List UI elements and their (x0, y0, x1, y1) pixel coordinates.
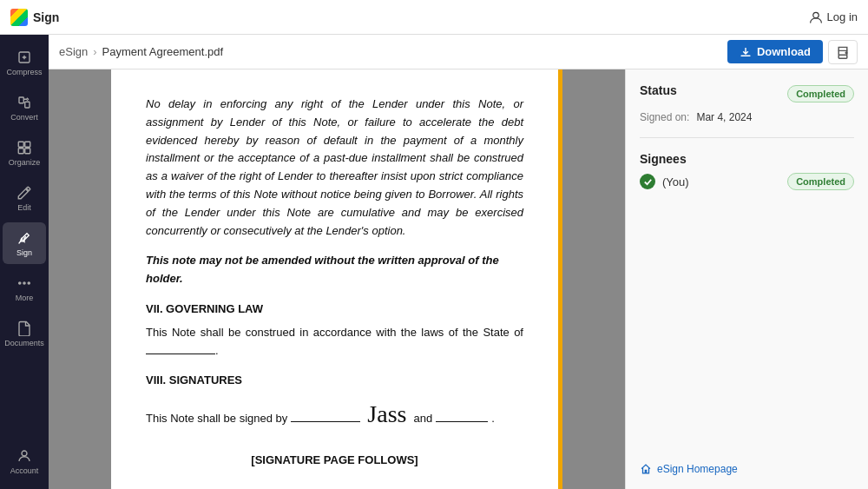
content-area: eSign › Payment Agreement.pdf Download (49, 35, 868, 489)
divider (640, 137, 854, 138)
convert-label: Convert (10, 113, 38, 122)
sig-prefix: This Note shall be signed by (146, 410, 287, 428)
svg-point-11 (22, 451, 27, 456)
signee-row: (You) Completed (640, 173, 854, 190)
svg-point-9 (23, 281, 25, 283)
right-panel: Status Completed Signed on: Mar 4, 2024 … (625, 69, 868, 489)
breadcrumb-separator: › (93, 45, 96, 58)
print-button[interactable] (828, 40, 858, 64)
download-label: Download (757, 45, 811, 58)
svg-point-13 (845, 52, 847, 54)
sidebar-item-organize[interactable]: Organize (3, 132, 46, 174)
convert-icon (16, 95, 32, 110)
svg-rect-2 (19, 97, 23, 103)
signature-cursive: Jass (367, 395, 406, 434)
login-label: Log in (827, 10, 858, 23)
signed-on-date: Mar 4, 2024 (696, 111, 752, 123)
signee-status-badge: Completed (787, 173, 854, 190)
compress-icon (16, 50, 32, 65)
signees-title: Signees (640, 152, 854, 166)
documents-label: Documents (4, 339, 44, 347)
sig-period: . (491, 410, 495, 428)
sidebar-item-convert[interactable]: Convert (3, 87, 46, 129)
signees-section: Signees (You) Completed (640, 152, 854, 190)
print-icon (836, 45, 850, 59)
breadcrumb-bar: eSign › Payment Agreement.pdf Download (49, 35, 868, 69)
doc-panel-area: No delay in enforcing any right of the L… (49, 69, 868, 489)
esign-homepage-link[interactable]: eSign Homepage (640, 463, 854, 475)
status-section: Status Completed Signed on: Mar 4, 2024 (640, 83, 854, 123)
more-icon (16, 275, 32, 291)
svg-point-0 (812, 12, 818, 17)
svg-rect-4 (18, 142, 23, 147)
svg-rect-3 (25, 102, 30, 108)
compress-label: Compress (6, 68, 42, 76)
home-icon (640, 463, 652, 475)
sig-and: and (413, 410, 432, 428)
sidebar: Compress Convert Organize Edi (0, 35, 49, 489)
paragraph-2: This note may not be amended without the… (146, 252, 523, 288)
account-label: Account (10, 466, 39, 475)
svg-rect-12 (838, 55, 847, 58)
svg-point-10 (28, 281, 30, 283)
breadcrumb-filename: Payment Agreement.pdf (102, 45, 223, 58)
signed-on-row: Signed on: Mar 4, 2024 (640, 111, 854, 123)
sidebar-item-edit[interactable]: Edit (3, 177, 46, 219)
breadcrumb-esign[interactable]: eSign (59, 45, 88, 58)
main-layout: Compress Convert Organize Edi (0, 35, 868, 489)
organize-label: Organize (9, 158, 41, 167)
svg-rect-6 (18, 148, 23, 153)
document-page: No delay in enforcing any right of the L… (111, 69, 562, 489)
section-7-body: This Note shall be construed in accordan… (146, 324, 523, 360)
sig-page-follows: [SIGNATURE PAGE FOLLOWS] (146, 452, 523, 470)
app-title-text: Sign (33, 10, 59, 24)
section-8-title: VIII. SIGNATURES (146, 372, 523, 390)
edit-icon (16, 185, 32, 201)
paragraph-1: No delay in enforcing any right of the L… (146, 96, 523, 240)
esign-link-label: eSign Homepage (657, 463, 738, 475)
download-icon (740, 46, 752, 58)
signee-check-icon (640, 174, 655, 189)
account-icon (16, 448, 32, 464)
sidebar-item-sign[interactable]: Sign (3, 222, 46, 264)
status-row: Status Completed (640, 83, 854, 104)
sign-icon (16, 230, 32, 246)
title-bar: Sign Log in (0, 0, 868, 35)
signed-on-label: Signed on: (640, 111, 689, 123)
svg-rect-7 (25, 148, 30, 153)
login-button[interactable]: Log in (809, 10, 858, 24)
sidebar-item-account[interactable]: Account (3, 440, 46, 482)
sidebar-item-compress[interactable]: Compress (3, 42, 46, 83)
sign-label: Sign (16, 248, 32, 257)
status-title: Status (640, 83, 677, 97)
user-icon (809, 10, 823, 24)
download-button[interactable]: Download (727, 40, 823, 63)
signee-name: (You) (662, 175, 780, 188)
document-viewer[interactable]: No delay in enforcing any right of the L… (49, 69, 625, 489)
app-icon (10, 9, 28, 26)
svg-point-8 (19, 281, 21, 283)
app-title: Sign (10, 9, 59, 26)
checkmark-icon (643, 177, 653, 187)
section-7-title: VII. GOVERNING LAW (146, 301, 523, 319)
documents-icon (16, 320, 32, 336)
more-label: More (16, 294, 34, 302)
signature-line: This Note shall be signed by Jass and . (146, 395, 523, 434)
status-badge: Completed (787, 85, 854, 102)
organize-icon (16, 140, 32, 155)
edit-label: Edit (17, 203, 31, 212)
signature-area: VIII. SIGNATURES This Note shall be sign… (146, 372, 523, 434)
svg-rect-5 (25, 142, 30, 147)
sidebar-item-documents[interactable]: Documents (3, 313, 46, 354)
sidebar-item-more[interactable]: More (3, 268, 46, 309)
